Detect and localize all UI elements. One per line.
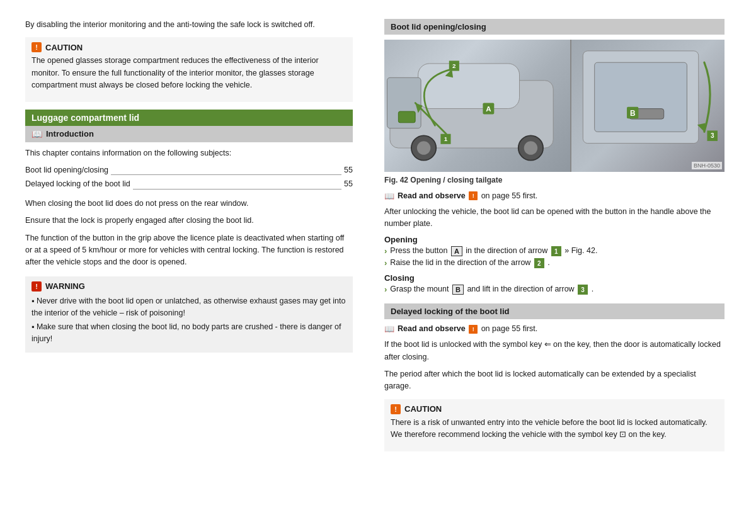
caution-icon-2: !	[391, 404, 401, 414]
caution-title-2: ! CAUTION	[391, 404, 718, 414]
svg-text:1: 1	[444, 135, 448, 142]
read-observe-2: 📖 Read and observe ! on page 55 first.	[384, 324, 724, 334]
chevron-icon-1: ›	[384, 246, 387, 256]
book-icon-2: 📖	[384, 324, 394, 334]
toc-fill-1	[111, 174, 341, 175]
warning-title: ! WARNING	[32, 281, 346, 291]
intro-text: This chapter contains information on the…	[25, 147, 353, 159]
read-observe-1: 📖 Read and observe ! on page 55 first.	[384, 191, 724, 201]
car-image-right: B 3 BNH-0530	[571, 40, 724, 172]
right-column: Boot lid opening/closing	[372, 13, 743, 532]
inline-caution-icon-1: !	[469, 191, 478, 200]
caution-box-1: ! CAUTION The opened glasses storage com…	[25, 37, 353, 101]
opening-item-1: › Press the button A in the direction of…	[384, 246, 724, 256]
svg-text:2: 2	[452, 62, 456, 69]
svg-point-5	[524, 141, 537, 154]
badge-B: B	[452, 285, 464, 295]
book-icon-intro: 📖	[32, 129, 42, 139]
para1: When closing the boot lid does do not pr…	[25, 198, 353, 210]
car-image: A 1 2	[384, 40, 724, 172]
chevron-icon-3: ›	[384, 285, 387, 294]
svg-text:A: A	[486, 105, 491, 113]
caution-box-2: ! CAUTION There is a risk of unwanted en…	[384, 399, 724, 451]
book-icon-1: 📖	[384, 191, 394, 201]
toc-fill-2	[133, 189, 341, 190]
after-unlock-text: After unlocking the vehicle, the boot li…	[384, 206, 724, 230]
closing-label: Closing	[384, 273, 724, 283]
svg-rect-1	[418, 64, 520, 109]
badge-2: 2	[534, 258, 544, 268]
warning-icon: !	[32, 281, 42, 291]
badge-A: A	[451, 246, 462, 256]
closing-item-1: › Grasp the mount B and lift in the dire…	[384, 285, 724, 295]
svg-point-3	[417, 141, 430, 154]
toc-row-2: Delayed locking of the boot lid 55	[25, 177, 353, 191]
toc-section: Boot lid opening/closing 55 Delayed lock…	[25, 163, 353, 191]
badge-3: 3	[578, 285, 588, 295]
fig-caption: Fig. 42 Opening / closing tailgate	[384, 174, 724, 186]
delayed-para2: The period after which the boot lid is l…	[384, 368, 724, 393]
introduction-header: 📖 Introduction	[25, 126, 353, 142]
boot-lid-section-header: Boot lid opening/closing	[384, 19, 724, 35]
luggage-section-header: Luggage compartment lid	[25, 110, 353, 126]
inline-caution-icon-2: !	[469, 325, 478, 334]
bnh-label: BNH-0530	[692, 162, 722, 169]
caution-text-1: The opened glasses storage compartment r…	[32, 55, 346, 91]
toc-num-1: 55	[344, 163, 353, 178]
top-intro-text: By disabling the interior monitoring and…	[25, 19, 353, 31]
chevron-icon-2: ›	[384, 258, 387, 268]
para2: Ensure that the lock is properly engaged…	[25, 215, 353, 227]
warning-box: ! WARNING ▪ Never drive with the boot li…	[25, 276, 353, 353]
svg-text:3: 3	[711, 132, 714, 139]
svg-text:B: B	[630, 109, 636, 118]
warning-bullet1: ▪ Never drive with the boot lid open or …	[32, 295, 346, 319]
para3: The function of the button in the grip a…	[25, 232, 353, 269]
delayed-para1: If the boot lid is unlocked with the sym…	[384, 339, 724, 363]
toc-row-1: Boot lid opening/closing 55	[25, 163, 353, 178]
car-arrows-right: B 3	[571, 40, 724, 172]
badge-1: 1	[551, 246, 561, 256]
car-image-left: A 1 2	[384, 40, 571, 172]
delayed-locking-header: Delayed locking of the boot lid	[384, 303, 724, 319]
svg-rect-18	[595, 62, 687, 132]
left-column: By disabling the interior monitoring and…	[0, 13, 372, 532]
toc-label-1: Boot lid opening/closing	[25, 163, 108, 178]
caution-title-1: ! CAUTION	[32, 42, 346, 52]
caution-text-2: There is a risk of unwanted entry into t…	[391, 417, 718, 441]
warning-bullet2: ▪ Make sure that when closing the boot l…	[32, 321, 346, 345]
opening-item-2: › Raise the lid in the direction of the …	[384, 258, 724, 268]
car-arrows-left: A 1 2	[384, 40, 570, 172]
svg-rect-7	[398, 111, 415, 123]
caution-icon-1: !	[32, 42, 42, 52]
toc-num-2: 55	[344, 177, 353, 191]
opening-label: Opening	[384, 235, 724, 244]
toc-label-2: Delayed locking of the boot lid	[25, 177, 130, 191]
